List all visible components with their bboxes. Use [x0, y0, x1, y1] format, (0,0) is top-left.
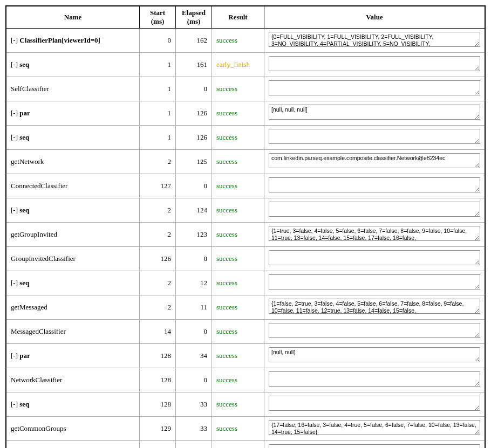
value-cell	[264, 247, 486, 271]
start-cell: 127	[140, 174, 176, 198]
collapse-toggle[interactable]: [-]	[11, 133, 18, 141]
elapsed-cell: 12	[176, 271, 212, 295]
table-row: SelfClassifier10success	[6, 77, 485, 101]
start-cell: 0	[140, 29, 176, 53]
start-cell: 128	[140, 344, 176, 368]
value-textarea[interactable]: {1=false, 2=true, 3=false, 4=false, 5=fa…	[269, 299, 480, 314]
collapse-toggle[interactable]: [-]	[11, 279, 18, 287]
table-row: [-] seq1126success	[6, 126, 485, 150]
value-cell	[264, 271, 486, 295]
table-row: getMessaged211success{1=false, 2=true, 3…	[6, 295, 485, 320]
value-textarea[interactable]	[269, 202, 480, 217]
value-textarea[interactable]: {1=true, 3=false, 4=false, 5=false, 6=fa…	[269, 226, 480, 241]
elapsed-cell: 0	[176, 368, 212, 392]
start-cell: 2	[140, 150, 176, 174]
result-cell: success	[212, 29, 264, 53]
header-row: Name Start (ms) Elapsed (ms) Result Valu…	[6, 6, 485, 29]
elapsed-cell: 33	[176, 392, 212, 417]
task-name: seq	[19, 60, 29, 68]
value-cell	[264, 392, 486, 417]
task-name: seq	[19, 400, 29, 408]
value-textarea[interactable]	[269, 129, 480, 144]
name-cell: [-] ClassifierPlan[viewerId=0]	[6, 29, 140, 53]
elapsed-cell: 124	[176, 198, 212, 223]
name-cell: getGroupInvited	[6, 223, 140, 247]
elapsed-cell: 0	[176, 77, 212, 101]
result-cell: early_finish	[212, 53, 264, 77]
value-textarea[interactable]	[269, 250, 480, 265]
name-cell: [-] par	[6, 344, 140, 368]
name-cell: SelfClassifier	[6, 77, 140, 101]
result-cell: success	[212, 101, 264, 126]
elapsed-cell: 126	[176, 101, 212, 126]
elapsed-cell: 33	[176, 417, 212, 441]
table-row: [-] seq12833success	[6, 392, 485, 417]
result-cell: success	[212, 223, 264, 247]
name-cell: [-] par	[6, 101, 140, 126]
table-row: [-] ClassifierPlan[viewerId=0]0162succes…	[6, 29, 485, 53]
collapse-toggle[interactable]: [-]	[11, 400, 18, 408]
value-cell	[264, 126, 486, 150]
result-cell: success	[212, 441, 264, 449]
collapse-toggle[interactable]: [-]	[11, 109, 18, 117]
result-cell: success	[212, 150, 264, 174]
value-textarea[interactable]	[269, 80, 480, 95]
task-name: GroupInvitedClassifier	[11, 254, 76, 263]
value-textarea[interactable]: {0=FULL_VISIBILITY, 1=FULL_VISIBILITY, 2…	[269, 32, 480, 47]
result-cell: success	[212, 271, 264, 295]
task-name: SelfClassifier	[11, 85, 49, 93]
value-textarea[interactable]	[269, 444, 480, 448]
value-textarea[interactable]: [null, null, null]	[269, 105, 480, 120]
task-name: NetworkClassifier	[11, 376, 62, 384]
value-cell	[264, 174, 486, 198]
name-cell: CommonGroupsClassifier	[6, 441, 140, 449]
table-row: getGroupInvited2123success{1=true, 3=fal…	[6, 223, 485, 247]
result-cell: success	[212, 320, 264, 344]
value-cell: {0=FULL_VISIBILITY, 1=FULL_VISIBILITY, 2…	[264, 29, 486, 53]
header-name: Name	[6, 6, 140, 29]
value-textarea[interactable]	[269, 56, 480, 71]
start-cell: 1	[140, 101, 176, 126]
result-cell: success	[212, 417, 264, 441]
value-cell	[264, 441, 486, 449]
task-name: seq	[19, 279, 29, 287]
value-textarea[interactable]: [null, null]	[269, 347, 480, 362]
result-cell: success	[212, 198, 264, 223]
elapsed-cell: 162	[176, 29, 212, 53]
start-cell: 161	[140, 441, 176, 449]
collapse-toggle[interactable]: [-]	[11, 36, 18, 44]
value-textarea[interactable]: com.linkedin.parseq.example.composite.cl…	[269, 153, 480, 168]
name-cell: getNetwork	[6, 150, 140, 174]
value-cell: {17=false, 16=false, 3=false, 4=true, 5=…	[264, 417, 486, 441]
value-textarea[interactable]	[269, 177, 480, 192]
collapse-toggle[interactable]: [-]	[11, 60, 18, 68]
value-textarea[interactable]	[269, 371, 480, 387]
value-cell	[264, 53, 486, 77]
value-cell: {1=true, 3=false, 4=false, 5=false, 6=fa…	[264, 223, 486, 247]
header-value: Value	[264, 6, 486, 29]
value-textarea[interactable]	[269, 323, 480, 338]
task-name: par	[19, 351, 30, 360]
collapse-toggle[interactable]: [-]	[11, 351, 18, 360]
elapsed-cell: 0	[176, 174, 212, 198]
header-result: Result	[212, 6, 264, 29]
elapsed-cell: 0	[176, 320, 212, 344]
name-cell: NetworkClassifier	[6, 368, 140, 392]
task-name: seq	[19, 206, 29, 214]
value-cell: {1=false, 2=true, 3=false, 4=false, 5=fa…	[264, 295, 486, 320]
start-cell: 14	[140, 320, 176, 344]
start-cell: 128	[140, 392, 176, 417]
result-cell: success	[212, 295, 264, 320]
value-textarea[interactable]	[269, 274, 480, 290]
value-cell	[264, 77, 486, 101]
table-row: CommonGroupsClassifier1610success	[6, 441, 485, 449]
collapse-toggle[interactable]: [-]	[11, 206, 18, 214]
value-textarea[interactable]: {17=false, 16=false, 3=false, 4=true, 5=…	[269, 420, 480, 435]
value-cell	[264, 320, 486, 344]
start-cell: 2	[140, 198, 176, 223]
table-row: [-] par1126success[null, null, null]	[6, 101, 485, 126]
start-cell: 126	[140, 247, 176, 271]
task-name: MessagedClassifier	[11, 327, 66, 335]
value-textarea[interactable]	[269, 396, 480, 411]
name-cell: getCommonGroups	[6, 417, 140, 441]
